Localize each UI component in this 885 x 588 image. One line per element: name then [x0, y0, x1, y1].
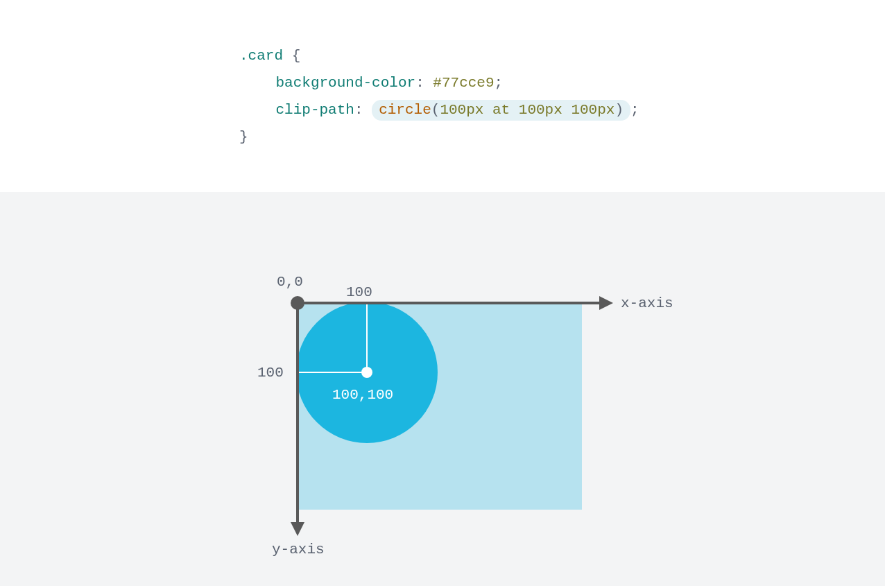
y-axis-arrowhead-icon [291, 522, 304, 536]
code-block: .card { background-color: #77cce9; clip-… [0, 0, 885, 192]
diagram: 0,0 100 100 100,100 x-axis y-axis [0, 192, 885, 586]
code-line-1: .card { [239, 43, 885, 70]
close-brace: } [239, 129, 248, 145]
css-value: #77cce9 [433, 75, 494, 91]
x-axis-label: x-axis [621, 295, 673, 311]
origin-dot [291, 296, 304, 310]
css-property: clip-path [276, 102, 354, 118]
y-axis-label: y-axis [272, 542, 325, 557]
open-paren: ( [431, 102, 440, 118]
x-axis-arrowhead-icon [599, 296, 613, 310]
code-line-2: background-color: #77cce9; [239, 70, 885, 97]
close-paren: ) [615, 102, 624, 118]
css-selector: .card [239, 48, 283, 64]
highlighted-value: circle(100px at 100px 100px) [372, 100, 630, 121]
open-brace: { [292, 48, 301, 64]
semicolon: ; [630, 102, 639, 118]
code-line-3: clip-path: circle(100px at 100px 100px); [239, 97, 885, 124]
center-coordinates-label: 100,100 [332, 387, 393, 403]
diagram-svg [0, 192, 885, 586]
semicolon: ; [495, 75, 504, 91]
origin-label: 0,0 [277, 274, 303, 290]
colon: : [354, 102, 363, 118]
css-function-args: 100px at 100px 100px [440, 102, 615, 118]
colon: : [415, 75, 424, 91]
css-property: background-color [276, 75, 416, 91]
css-function-name: circle [379, 102, 431, 118]
x-tick-label: 100 [346, 284, 372, 300]
y-tick-label: 100 [257, 365, 284, 381]
circle-center-dot [361, 367, 372, 378]
code-line-4: } [239, 124, 885, 151]
